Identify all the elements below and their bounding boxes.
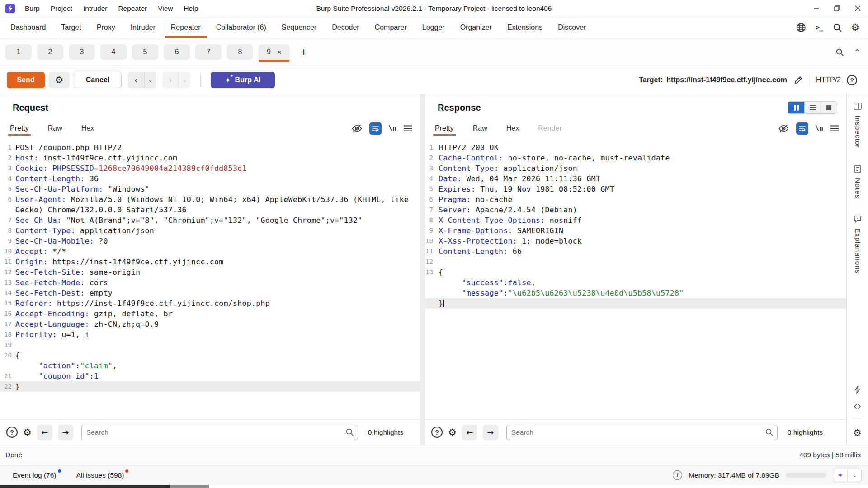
menu-view[interactable]: View <box>152 0 178 17</box>
editor-menu-icon[interactable] <box>830 125 839 132</box>
forward-button[interactable]: › <box>162 72 179 88</box>
repeater-tab-5[interactable]: 5 <box>132 44 158 60</box>
request-tab-pretty[interactable]: Pretty <box>9 118 30 138</box>
all-issues-link[interactable]: All issues (598) <box>76 471 124 479</box>
close-button[interactable] <box>847 0 868 17</box>
editor-line[interactable]: 10Accept: */* <box>0 246 420 257</box>
close-tab-icon[interactable]: × <box>277 48 282 56</box>
hide-nonprintable-eye-icon[interactable] <box>351 123 363 134</box>
tab-extensions[interactable]: Extensions <box>500 17 550 38</box>
editor-line[interactable]: 5Expires: Thu, 19 Nov 1981 08:52:00 GMT <box>425 184 846 194</box>
tab-sequencer[interactable]: Sequencer <box>274 17 324 38</box>
editor-line[interactable]: "action":"claim", <box>0 361 420 371</box>
menu-intruder[interactable]: Intruder <box>78 0 113 17</box>
editor-line[interactable]: 16Accept-Encoding: gzip, deflate, br <box>0 309 420 319</box>
chevron-down-icon[interactable]: ⌄ <box>847 469 861 482</box>
previous-match-button[interactable]: ← <box>37 425 52 440</box>
forward-dropdown-chevron-icon[interactable]: ⌄ <box>179 72 190 88</box>
search-settings-gear-icon[interactable]: ⚙ <box>448 427 457 438</box>
back-button[interactable]: ‹ <box>128 72 144 88</box>
request-tab-raw[interactable]: Raw <box>47 118 63 138</box>
search-settings-gear-icon[interactable]: ⚙ <box>23 427 32 438</box>
sidebar-item-inspector[interactable]: Inspector <box>853 102 862 148</box>
repeater-tab-9[interactable]: 9× <box>259 44 290 60</box>
response-search-input[interactable] <box>506 425 778 440</box>
response-tab-pretty[interactable]: Pretty <box>434 118 455 138</box>
editor-line[interactable]: 5Sec-Ch-Ua-Platform: "Windows" <box>0 184 420 194</box>
tab-discover[interactable]: Discover <box>550 17 594 38</box>
tab-target[interactable]: Target <box>53 17 89 38</box>
editor-line[interactable]: 1HTTP/2 200 OK <box>425 142 846 153</box>
editor-line[interactable]: 13{ <box>425 267 846 277</box>
editor-line[interactable]: 22} <box>0 381 420 392</box>
single-layout-button[interactable] <box>821 102 837 113</box>
search-icon[interactable] <box>830 20 844 35</box>
editor-line[interactable]: 1POST /coupon.php HTTP/2 <box>0 142 420 153</box>
sidebar-item-explanations[interactable]: Explanations <box>853 215 862 274</box>
editor-line[interactable]: } <box>425 298 846 309</box>
editor-line[interactable]: 12 <box>425 257 846 267</box>
editor-line[interactable]: 7Sec-Ch-Ua: "Not A(Brand";v="8", "Chromi… <box>0 215 420 225</box>
repeater-tab-6[interactable]: 6 <box>164 44 190 60</box>
sparkle-icon[interactable]: ✦ <box>833 469 847 482</box>
editor-line[interactable]: 6User-Agent: Mozilla/5.0 (Windows NT 10.… <box>0 194 420 205</box>
request-editor[interactable]: 1POST /coupon.php HTTP/22Host: inst-1f49… <box>0 140 420 419</box>
editor-line[interactable]: 2Host: inst-1f49f9ce.ctf.yijincc.com <box>0 153 420 163</box>
tab-comparer[interactable]: Comparer <box>367 17 415 38</box>
editor-line[interactable]: 12Sec-Fetch-Site: same-origin <box>0 267 420 277</box>
tab-proxy[interactable]: Proxy <box>89 17 123 38</box>
editor-line[interactable]: 20{ <box>0 350 420 361</box>
editor-line[interactable]: 11Content-Length: 66 <box>425 246 846 257</box>
search-icon[interactable] <box>835 48 844 56</box>
editor-line[interactable]: 4Date: Wed, 04 Mar 2026 11:11:36 GMT <box>425 174 846 184</box>
tab-logger[interactable]: Logger <box>415 17 453 38</box>
cancel-button[interactable]: Cancel <box>74 72 122 88</box>
editor-line[interactable]: 9X-Frame-Options: SAMEORIGIN <box>425 225 846 236</box>
repeater-tab-1[interactable]: 1 <box>5 44 32 60</box>
menu-help[interactable]: Help <box>179 0 204 17</box>
response-editor[interactable]: 1HTTP/2 200 OK2Cache-Control: no-store, … <box>425 140 846 419</box>
editor-line[interactable]: 18Priority: u=1, i <box>0 329 420 340</box>
editor-line[interactable]: 6Pragma: no-cache <box>425 194 846 205</box>
new-tab-button[interactable]: + <box>297 46 311 58</box>
response-tab-raw[interactable]: Raw <box>472 118 488 138</box>
editor-line[interactable]: 19 <box>0 340 420 350</box>
editor-line[interactable]: "message":"\u62b5\u6263\u5238\u4e0d\u5b5… <box>425 288 846 298</box>
menu-project[interactable]: Project <box>45 0 78 17</box>
menu-repeater[interactable]: Repeater <box>113 0 152 17</box>
event-log-link[interactable]: Event log (76) <box>13 471 57 479</box>
tab-repeater[interactable]: Repeater <box>163 17 208 38</box>
previous-match-button[interactable]: ← <box>462 425 477 440</box>
tab-collaborator[interactable]: Collaborator (6) <box>208 17 274 38</box>
rows-layout-button[interactable] <box>804 102 821 113</box>
editor-line[interactable]: 15Referer: https://inst-1f49f9ce.ctf.yij… <box>0 298 420 309</box>
repeater-tab-4[interactable]: 4 <box>100 44 127 60</box>
back-dropdown-chevron-icon[interactable]: ⌄ <box>144 72 156 88</box>
collapse-chevron-up-icon[interactable]: ⌃ <box>854 48 860 56</box>
show-newlines-icon[interactable]: \n <box>815 124 823 132</box>
settings-gear-icon[interactable]: ⚙ <box>848 20 863 35</box>
tab-dashboard[interactable]: Dashboard <box>3 17 53 38</box>
editor-line[interactable]: 7Server: Apache/2.4.54 (Debian) <box>425 205 846 215</box>
editor-menu-icon[interactable] <box>403 125 412 132</box>
editor-line[interactable]: 21 "coupon_id":1 <box>0 371 420 381</box>
tab-organizer[interactable]: Organizer <box>453 17 500 38</box>
editor-line[interactable]: 14Sec-Fetch-Dest: empty <box>0 288 420 298</box>
editor-line[interactable]: 2Cache-Control: no-store, no-cache, must… <box>425 153 846 163</box>
terminal-icon[interactable]: >_ <box>812 20 826 35</box>
next-match-button[interactable]: → <box>483 425 498 440</box>
minimize-button[interactable] <box>806 0 826 17</box>
chevrons-expand-icon[interactable] <box>853 402 862 411</box>
globe-icon[interactable] <box>794 20 808 35</box>
help-icon[interactable]: ? <box>847 75 857 85</box>
repeater-tab-3[interactable]: 3 <box>69 44 95 60</box>
editor-line[interactable]: Gecko) Chrome/132.0.0.0 Safari/537.36 <box>0 205 420 215</box>
request-search-input[interactable] <box>81 425 358 440</box>
editor-line[interactable]: 3Content-Type: application/json <box>425 163 846 174</box>
editor-line[interactable]: 4Content-Length: 36 <box>0 174 420 184</box>
tab-intruder[interactable]: Intruder <box>123 17 163 38</box>
hide-nonprintable-eye-icon[interactable] <box>778 123 789 134</box>
response-tab-hex[interactable]: Hex <box>505 118 520 138</box>
tab-decoder[interactable]: Decoder <box>324 17 367 38</box>
editor-line[interactable]: 8Content-Type: application/json <box>0 225 420 236</box>
